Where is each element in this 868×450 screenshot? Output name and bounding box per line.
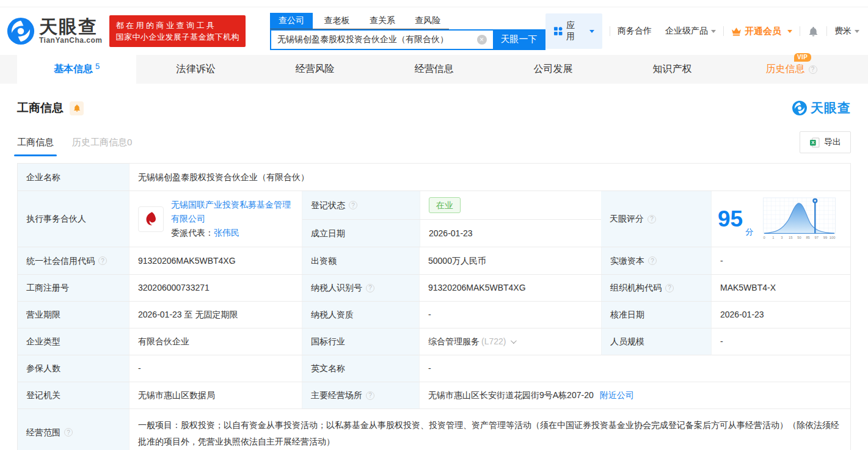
nav-enterprise-label: 企业级产品: [665, 26, 708, 37]
staff-size-value: -: [711, 328, 850, 355]
nav-open-vip[interactable]: 开通会员: [731, 26, 792, 37]
tianyancha-logo[interactable]: 天眼查 TianYanCha.com: [6, 16, 102, 46]
reg-number-value: 320206000733271: [129, 275, 302, 301]
capital-label: 出资额: [302, 247, 419, 274]
tab-operation-info[interactable]: 经营信息: [374, 55, 494, 84]
help-icon[interactable]: ?: [366, 284, 374, 292]
help-icon[interactable]: ?: [665, 284, 674, 292]
search-tab-risk[interactable]: 查风险: [406, 13, 449, 29]
subtab-history-business-info[interactable]: 历史工商信息0: [72, 137, 132, 148]
svg-text:50: 50: [797, 236, 801, 239]
est-date-label: 成立日期: [302, 220, 420, 247]
help-icon[interactable]: ?: [98, 256, 107, 265]
reg-status-value: 在业: [420, 191, 601, 219]
row-reg-authority: 登记机关 无锡市惠山区数据局 主要经营场所? 无锡市惠山区长安街道花园街9号A栋…: [18, 382, 850, 409]
score-label: 天眼评分?: [601, 191, 711, 247]
tab-label: 历史信息: [766, 63, 805, 76]
industry-code: (L722): [481, 335, 506, 348]
search-button[interactable]: 天眼一下: [493, 29, 545, 50]
divider: [723, 26, 724, 36]
slogan-line1: 都在用的商业查询工具: [115, 20, 239, 31]
subtab-business-info[interactable]: 工商信息: [17, 137, 54, 148]
tab-company-development[interactable]: 公司发展: [494, 55, 613, 84]
vip-label: 开通会员: [745, 26, 781, 37]
tianyancha-logo-icon: [6, 16, 35, 46]
org-code-value: MAK5WBT4-X: [711, 275, 850, 301]
export-button[interactable]: X 导出: [800, 131, 851, 153]
chevron-down-icon: [589, 30, 594, 33]
row-partner: 执行事务合伙人 无锡国联产业投资私募基金管理有限公司 委派代表：张伟民: [18, 191, 850, 247]
logo-title: 天眼查: [39, 18, 102, 36]
search-tab-company[interactable]: 查公司: [270, 13, 313, 29]
help-icon[interactable]: ?: [648, 256, 657, 265]
company-nav-tabs: 基本信息 5 法律诉讼 经营风险 经营信息 公司发展 知识产权 历史信息 VIP…: [0, 55, 868, 84]
company-type-label: 企业类型: [18, 328, 129, 355]
notification-bell-icon[interactable]: [808, 26, 819, 37]
apps-button[interactable]: 应用: [545, 13, 603, 49]
divider: [610, 26, 610, 36]
score-value: 95 分: [711, 191, 850, 247]
row-biz-scope: 经营范围? 一般项目：股权投资；以自有资金从事投资活动；以私募基金从事股权投资、…: [18, 409, 850, 450]
svg-text:X: X: [811, 140, 815, 145]
business-info-table: 企业名称 无锡锡创盈泰股权投资合伙企业（有限合伙） 执行事务合伙人 无锡国联产业…: [17, 163, 851, 450]
main-content: 工商信息 天眼查 工商信息 历史工商信息0 X 导出: [0, 100, 868, 450]
score-distribution-chart: 0 1 3 15 50 85 97 99 100: [760, 197, 839, 242]
insured-label: 参保人数: [18, 355, 129, 382]
help-icon[interactable]: ?: [809, 65, 817, 74]
tab-intellectual-property[interactable]: 知识产权: [613, 55, 732, 84]
header: 天眼查 TianYanCha.com 都在用的商业查询工具 国家中小企业发展子基…: [0, 7, 868, 55]
help-icon[interactable]: ?: [349, 201, 357, 209]
search-input[interactable]: [270, 29, 493, 50]
svg-text:97: 97: [815, 236, 819, 239]
credit-code-value: 91320206MAK5WBT4XG: [129, 247, 302, 274]
nav-cooperation[interactable]: 商务合作: [618, 26, 652, 37]
row-reg-number: 工商注册号 320206000733271 纳税人识别号? 91320206MA…: [18, 275, 850, 302]
tab-legal-proceedings[interactable]: 法律诉讼: [136, 55, 255, 84]
search-area: 查公司 查老板 查关系 查风险 × 天眼一下: [270, 13, 545, 50]
svg-text:3: 3: [781, 236, 783, 239]
partner-value: 无锡国联产业投资私募基金管理有限公司 委派代表：张伟民: [129, 191, 302, 247]
user-menu[interactable]: 费米: [834, 26, 859, 37]
svg-text:100: 100: [830, 236, 836, 239]
staff-size-label: 人员规模: [601, 328, 711, 355]
search-tab-relation[interactable]: 查关系: [361, 13, 404, 29]
svg-text:85: 85: [806, 236, 810, 239]
biz-scope-value: 一般项目：股权投资；以自有资金从事投资活动；以私募基金从事股权投资、投资管理、资…: [129, 409, 850, 450]
tab-count: 5: [95, 62, 100, 71]
reg-status-label: 登记状态?: [302, 191, 420, 219]
status-badge: 在业: [429, 197, 461, 213]
tab-basic-info[interactable]: 基本信息 5: [17, 55, 136, 84]
rep-label: 委派代表：: [171, 228, 214, 238]
tab-history-info[interactable]: 历史信息 VIP ?: [732, 55, 851, 84]
score-number: 95: [718, 208, 743, 230]
slogan-line2: 国家中小企业发展子基金旗下机构: [115, 31, 239, 43]
nav-enterprise-products[interactable]: 企业级产品: [665, 26, 716, 37]
partner-company-link[interactable]: 无锡国联产业投资私募基金管理有限公司: [171, 200, 291, 223]
english-name-label: 英文名称: [302, 355, 419, 382]
partner-label: 执行事务合伙人: [18, 191, 129, 247]
taxpayer-quality-value: -: [419, 302, 601, 328]
industry-label: 国标行业: [302, 328, 419, 355]
clear-search-icon[interactable]: ×: [477, 35, 487, 45]
reg-authority-label: 登记机关: [18, 382, 129, 408]
expand-chevron-icon[interactable]: [511, 338, 517, 344]
tab-operation-risk[interactable]: 经营风险: [255, 55, 374, 84]
row-insured: 参保人数 - 英文名称 -: [18, 355, 850, 382]
help-icon[interactable]: ?: [366, 391, 374, 400]
logo-domain: TianYanCha.com: [39, 36, 102, 45]
help-icon[interactable]: ?: [64, 428, 73, 437]
partner-company-logo[interactable]: [138, 206, 164, 232]
search-tab-boss[interactable]: 查老板: [315, 13, 358, 29]
partner-rep-link[interactable]: 张伟民: [214, 228, 239, 238]
taxpayer-quality-label: 纳税人资质: [302, 302, 419, 328]
monitor-bell-icon[interactable]: [70, 101, 84, 115]
insured-value: -: [129, 355, 302, 382]
help-icon[interactable]: ?: [647, 215, 656, 223]
taxpayer-id-value: 91320206MAK5WBT4XG: [419, 275, 601, 301]
company-name-value: 无锡锡创盈泰股权投资合伙企业（有限合伙）: [129, 164, 850, 191]
row-company-type: 企业类型 有限合伙企业 国标行业 综合管理服务 (L722) 人员规模 -: [18, 328, 850, 355]
search-tabs: 查公司 查老板 查关系 查风险: [270, 13, 449, 29]
row-credit-code: 统一社会信用代码? 91320206MAK5WBT4XG 出资额 50000万人…: [18, 247, 850, 275]
nearby-companies-link[interactable]: 附近公司: [600, 389, 634, 402]
svg-text:15: 15: [789, 236, 792, 239]
